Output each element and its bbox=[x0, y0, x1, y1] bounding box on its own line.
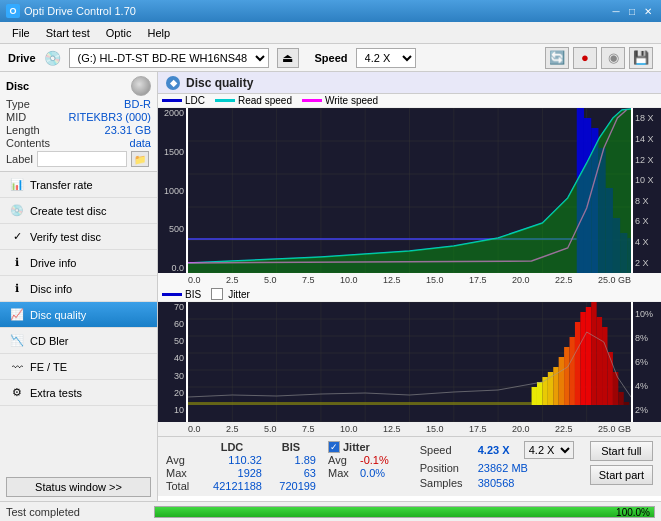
maximize-button[interactable]: □ bbox=[625, 4, 639, 18]
disc-panel: Disc Type BD-R MID RITEKBR3 (000) Length… bbox=[0, 72, 157, 172]
save-button[interactable]: 💾 bbox=[629, 47, 653, 69]
chart1-y-0: 0.0 bbox=[171, 263, 184, 273]
position-label: Position bbox=[420, 462, 472, 474]
nav-create-test-disc[interactable]: 💿 Create test disc bbox=[0, 198, 157, 224]
verify-disc-icon: ✓ bbox=[10, 230, 24, 244]
chart1-wrapper: 2000 1500 1000 500 0.0 18 X 14 X 12 X 10… bbox=[158, 108, 661, 273]
disc-label-input[interactable] bbox=[37, 151, 127, 167]
chart1-y-1000: 1000 bbox=[164, 186, 184, 196]
nav-drive-info[interactable]: ℹ Drive info bbox=[0, 250, 157, 276]
quality-header-title: Disc quality bbox=[186, 76, 253, 90]
svg-rect-49 bbox=[532, 387, 537, 405]
chart2-svg bbox=[188, 302, 631, 422]
avg-jitter-label: Avg bbox=[328, 454, 356, 466]
disc-label-folder-btn[interactable]: 📁 bbox=[131, 151, 149, 167]
bis-header: BIS bbox=[266, 441, 316, 453]
nav-extra-tests-label: Extra tests bbox=[30, 387, 82, 399]
start-full-button[interactable]: Start full bbox=[590, 441, 653, 461]
progress-bar: 100.0% bbox=[154, 506, 655, 518]
menu-optic[interactable]: Optic bbox=[98, 25, 140, 41]
bis-avg: 1.89 bbox=[266, 454, 316, 466]
nav-verify-test-disc[interactable]: ✓ Verify test disc bbox=[0, 224, 157, 250]
close-button[interactable]: ✕ bbox=[641, 4, 655, 18]
disc-contents-label: Contents bbox=[6, 137, 50, 149]
disc-type-label: Type bbox=[6, 98, 30, 110]
svg-rect-60 bbox=[591, 302, 596, 405]
svg-rect-66 bbox=[624, 402, 629, 405]
nav-verify-disc-label: Verify test disc bbox=[30, 231, 101, 243]
ldc-max: 1928 bbox=[202, 467, 262, 479]
minimize-button[interactable]: ─ bbox=[609, 4, 623, 18]
disc-type-value: BD-R bbox=[124, 98, 151, 110]
nav-fe-te[interactable]: 〰 FE / TE bbox=[0, 354, 157, 380]
speed-label: Speed bbox=[315, 52, 348, 64]
nav-extra-tests[interactable]: ⚙ Extra tests bbox=[0, 380, 157, 406]
samples-label: Samples bbox=[420, 477, 472, 489]
title-bar: O Opti Drive Control 1.70 ─ □ ✕ bbox=[0, 0, 661, 22]
chart1-y-2000: 2000 bbox=[164, 108, 184, 118]
avg-label: Avg bbox=[166, 454, 198, 466]
nav-drive-info-label: Drive info bbox=[30, 257, 76, 269]
ldc-avg: 110.32 bbox=[202, 454, 262, 466]
menu-file[interactable]: File bbox=[4, 25, 38, 41]
svg-rect-56 bbox=[570, 337, 575, 405]
bis-max: 63 bbox=[266, 467, 316, 479]
menu-bar: File Start test Optic Help bbox=[0, 22, 661, 44]
legend-ldc: LDC bbox=[185, 95, 205, 106]
nav-transfer-rate[interactable]: 📊 Transfer rate bbox=[0, 172, 157, 198]
menu-start-test[interactable]: Start test bbox=[38, 25, 98, 41]
extra-tests-icon: ⚙ bbox=[10, 386, 24, 400]
cd-bler-icon: 📉 bbox=[10, 334, 24, 348]
svg-rect-57 bbox=[575, 322, 580, 405]
speed-value: 4.23 X bbox=[478, 444, 518, 456]
nav-cd-bler-label: CD Bler bbox=[30, 335, 69, 347]
status-window-button[interactable]: Status window >> bbox=[6, 477, 151, 497]
jitter-avg: -0.1% bbox=[360, 454, 389, 466]
speed-select-stats[interactable]: 4.2 X bbox=[524, 441, 574, 459]
speed-select[interactable]: 4.2 X bbox=[356, 48, 416, 68]
disc-contents-value: data bbox=[130, 137, 151, 149]
transfer-rate-icon: 📊 bbox=[10, 178, 24, 192]
svg-rect-65 bbox=[618, 392, 623, 405]
progress-fill bbox=[155, 507, 654, 517]
speed-label: Speed bbox=[420, 444, 472, 456]
svg-rect-63 bbox=[607, 352, 612, 405]
stats-panel: LDC BIS Avg 110.32 1.89 Max 1928 63 To bbox=[158, 436, 661, 496]
nav-disc-info[interactable]: ℹ Disc info bbox=[0, 276, 157, 302]
chart1-y-500: 500 bbox=[169, 224, 184, 234]
jitter-checkbox[interactable]: ✓ bbox=[328, 441, 340, 453]
svg-rect-48 bbox=[188, 402, 532, 405]
ldc-total: 42121188 bbox=[202, 480, 262, 492]
jitter-label: Jitter bbox=[343, 441, 370, 453]
disc-action-btn2[interactable]: ◉ bbox=[601, 47, 625, 69]
disc-action-btn1[interactable]: ● bbox=[573, 47, 597, 69]
nav-transfer-rate-label: Transfer rate bbox=[30, 179, 93, 191]
disc-info-icon: ℹ bbox=[10, 282, 24, 296]
disc-length-value: 23.31 GB bbox=[105, 124, 151, 136]
drive-info-icon: ℹ bbox=[10, 256, 24, 270]
nav-create-disc-label: Create test disc bbox=[30, 205, 106, 217]
disc-quality-icon: 📈 bbox=[10, 308, 24, 322]
start-part-button[interactable]: Start part bbox=[590, 465, 653, 485]
jitter-max: 0.0% bbox=[360, 467, 385, 479]
refresh-button[interactable]: 🔄 bbox=[545, 47, 569, 69]
legend-write-speed: Write speed bbox=[325, 95, 378, 106]
chart2-wrapper: 70 60 50 40 30 20 10 10% 8% 6% 4% 2% 0.0… bbox=[158, 302, 661, 422]
legend-jitter: Jitter bbox=[228, 289, 250, 300]
quality-header-icon: ◆ bbox=[166, 76, 180, 90]
chart1-svg bbox=[188, 108, 631, 273]
ldc-header: LDC bbox=[202, 441, 262, 453]
eject-button[interactable]: ⏏ bbox=[277, 48, 299, 68]
disc-label-key: Label bbox=[6, 153, 33, 165]
menu-help[interactable]: Help bbox=[139, 25, 178, 41]
create-disc-icon: 💿 bbox=[10, 204, 24, 218]
drive-icon: 💿 bbox=[44, 50, 61, 66]
disc-icon bbox=[131, 76, 151, 96]
svg-rect-55 bbox=[564, 347, 569, 405]
drive-select[interactable]: (G:) HL-DT-ST BD-RE WH16NS48 1.D3 bbox=[69, 48, 269, 68]
progress-label: 100.0% bbox=[616, 507, 650, 518]
app-title: Opti Drive Control 1.70 bbox=[24, 5, 136, 17]
svg-rect-62 bbox=[602, 327, 607, 405]
nav-cd-bler[interactable]: 📉 CD Bler bbox=[0, 328, 157, 354]
nav-disc-quality[interactable]: 📈 Disc quality bbox=[0, 302, 157, 328]
